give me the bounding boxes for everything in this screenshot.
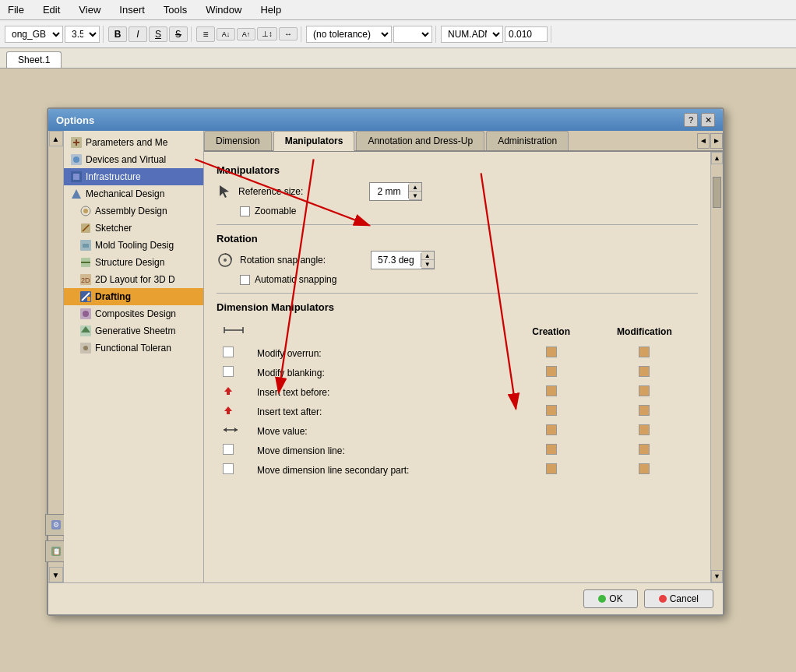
underline-button[interactable]: S (149, 26, 167, 42)
tree-item-drafting[interactable]: Drafting (64, 288, 203, 305)
svg-marker-31 (220, 185, 229, 198)
tree-item-assembly[interactable]: Assembly Design (64, 202, 203, 220)
scroll-thumb[interactable] (713, 177, 721, 208)
sheet-tabbar: Sheet.1 (0, 48, 796, 69)
row1-left-checkbox[interactable] (223, 366, 234, 377)
tree-scroll-up[interactable]: ▲ (49, 131, 63, 146)
tree-item-toleran[interactable]: Functional Toleran (64, 340, 203, 357)
menu-insert[interactable]: Insert (116, 2, 148, 17)
scroll-down-arrow[interactable]: ▼ (711, 570, 723, 582)
svg-point-30 (83, 346, 88, 350)
tab-annotation[interactable]: Annotation and Dress-Up (356, 131, 484, 150)
close-button[interactable]: ✕ (701, 113, 715, 127)
ok-button[interactable]: OK (583, 589, 637, 608)
row1-modification-checkbox[interactable] (639, 366, 650, 377)
italic-button[interactable]: I (129, 26, 147, 42)
font-selector[interactable]: ong_GB (5, 26, 63, 43)
content-body: Manipulators Reference size: 2 mm ▲ ▼ (204, 152, 723, 582)
format-button[interactable]: ⊥↕ (257, 27, 277, 40)
row5-modification-checkbox[interactable] (639, 444, 650, 455)
row2-modification-checkbox[interactable] (639, 385, 650, 396)
row2-creation-checkbox[interactable] (546, 385, 557, 396)
num-selector[interactable]: NUM.ADMS (441, 26, 503, 43)
scroll-up-arrow[interactable]: ▲ (711, 152, 723, 164)
row6-modification-checkbox[interactable] (639, 463, 650, 474)
align-subscript-button[interactable]: A↓ (217, 28, 235, 40)
row5-creation-checkbox[interactable] (546, 444, 557, 455)
row4-creation-checkbox[interactable] (546, 424, 557, 435)
tree-label-mech: Mechanical Design (86, 188, 164, 199)
dim-manip-section-title: Dimension Manipulators (217, 301, 698, 313)
svg-rect-24 (87, 297, 90, 301)
row0-modification-checkbox[interactable] (639, 347, 650, 357)
table-row: Insert text after: (217, 402, 698, 421)
snap-spinner-down[interactable]: ▼ (421, 260, 434, 269)
row5-left-checkbox[interactable] (223, 444, 234, 455)
row0-creation-checkbox[interactable] (546, 347, 557, 357)
row6-creation-checkbox[interactable] (546, 463, 557, 474)
tab-administration[interactable]: Administration (486, 131, 569, 150)
tolerance-selector[interactable]: (no tolerance) (306, 26, 392, 43)
align-superscript-button[interactable]: A↑ (237, 28, 255, 40)
frame-button[interactable]: ↔ (279, 27, 298, 40)
spinner-down[interactable]: ▼ (409, 192, 421, 200)
content-scroll-area[interactable]: Manipulators Reference size: 2 mm ▲ ▼ (204, 152, 710, 582)
sheet1-tab[interactable]: Sheet.1 (6, 51, 62, 68)
num-value-input[interactable] (505, 26, 548, 42)
auto-snap-label: Automatic snapping (255, 274, 336, 285)
table-row: Move value: (217, 421, 698, 441)
svg-point-13 (83, 209, 88, 213)
cancel-button[interactable]: Cancel (644, 589, 713, 608)
tree-item-sheetm[interactable]: Generative Sheetm (64, 322, 203, 340)
row3-modification-checkbox[interactable] (639, 405, 650, 416)
tree-item-sketcher[interactable]: Sketcher (64, 220, 203, 237)
bold-button[interactable]: B (108, 26, 127, 42)
tree-item-mech[interactable]: Mechanical Design (64, 185, 203, 202)
tree-item-infra[interactable]: Infrastructure (64, 168, 203, 185)
snap-angle-row: Rotation snap angle: 57.3 deg ▲ ▼ (217, 251, 698, 269)
tree-item-composites[interactable]: Composites Design (64, 305, 203, 322)
menu-view[interactable]: View (76, 2, 104, 17)
reference-size-spinner[interactable]: 2 mm ▲ ▼ (369, 182, 422, 201)
row0-left-checkbox[interactable] (223, 347, 234, 357)
menu-help[interactable]: Help (257, 2, 284, 17)
menu-file[interactable]: File (5, 2, 27, 17)
tab-scroll-left[interactable]: ◄ (697, 133, 710, 149)
tab-manipulators[interactable]: Manipulators (273, 131, 355, 151)
tree-scroll-down[interactable]: ▼ (49, 567, 63, 582)
auto-snap-checkbox[interactable] (240, 275, 250, 285)
row3-creation-checkbox[interactable] (546, 405, 557, 416)
tolerance2-selector[interactable] (393, 26, 432, 43)
reference-size-label: Reference size: (238, 186, 363, 197)
row4-modification-checkbox[interactable] (639, 424, 650, 435)
tree-item-devices[interactable]: Devices and Virtual (64, 151, 203, 168)
tree-label-assembly: Assembly Design (95, 206, 167, 216)
tree-item-mold[interactable]: Mold Tooling Desig (64, 237, 203, 254)
help-button[interactable]: ? (684, 113, 698, 127)
menu-window[interactable]: Window (203, 2, 245, 17)
size-selector[interactable]: 3.5 (65, 26, 100, 43)
table-row: Move dimension line: (217, 441, 698, 460)
tree-item-params[interactable]: Parameters and Me (64, 134, 203, 151)
align-left-button[interactable]: ≡ (196, 26, 215, 42)
menu-tools[interactable]: Tools (160, 2, 190, 17)
svg-point-33 (224, 259, 227, 262)
tab-dimension[interactable]: Dimension (204, 131, 272, 150)
tab-scroll-right[interactable]: ► (710, 133, 723, 149)
row4-label: Move value: (251, 421, 512, 441)
tree-item-layout2d[interactable]: 2D 2D Layout for 3D D (64, 271, 203, 288)
svg-rect-40 (227, 411, 230, 414)
row1-creation-checkbox[interactable] (546, 366, 557, 377)
snap-angle-spinner[interactable]: 57.3 deg ▲ ▼ (371, 251, 435, 269)
content-scrollbar[interactable]: ▲ ▼ (710, 152, 723, 582)
text-format-group: B I S S̶ (108, 26, 192, 42)
menu-edit[interactable]: Edit (40, 2, 63, 17)
row6-left-checkbox[interactable] (223, 463, 234, 474)
row5-label: Move dimension line: (251, 441, 512, 460)
zoomable-checkbox[interactable] (240, 206, 250, 216)
spinner-up[interactable]: ▲ (409, 183, 421, 192)
strikethrough-button[interactable]: S̶ (169, 26, 188, 42)
tree-item-structure[interactable]: Structure Design (64, 254, 203, 271)
snap-spinner-up[interactable]: ▲ (421, 252, 434, 260)
svg-text:⚙: ⚙ (53, 521, 59, 529)
